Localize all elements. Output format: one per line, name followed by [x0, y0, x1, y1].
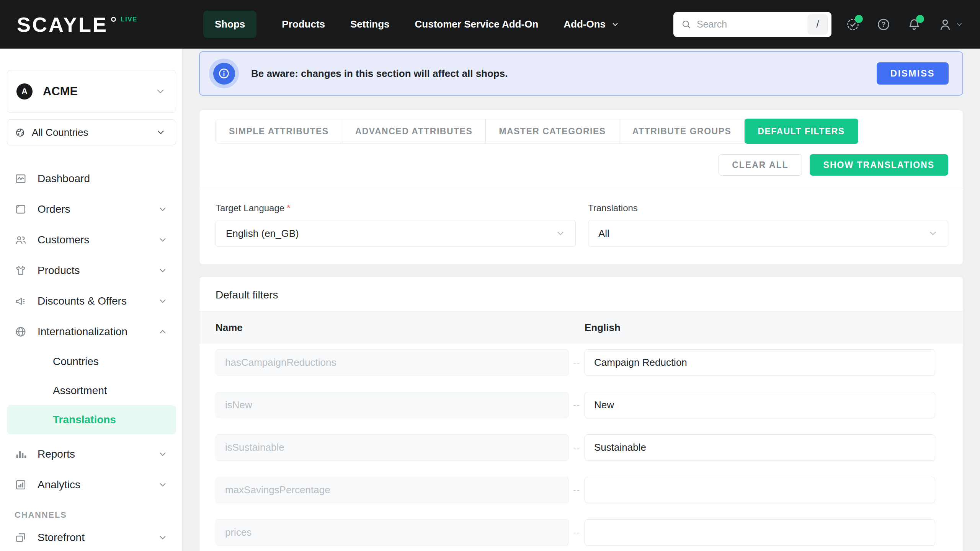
search-input[interactable]	[697, 19, 802, 30]
org-avatar: A	[16, 83, 33, 99]
table-row: --	[216, 392, 935, 418]
scayle-logo[interactable]: SCAYLE LIVE	[17, 15, 137, 34]
table-row: --	[216, 349, 935, 376]
chevron-down-icon	[156, 127, 166, 137]
tab-advanced-attributes[interactable]: ADVANCED ATTRIBUTES	[342, 119, 486, 143]
help-button[interactable]	[877, 18, 890, 31]
global-search[interactable]: /	[673, 12, 831, 37]
chevron-down-icon	[555, 228, 565, 238]
nav-item-products[interactable]: Products	[282, 11, 325, 38]
table-header: Name English	[199, 311, 963, 344]
filter-name-field	[216, 434, 569, 461]
translations-filter-select[interactable]: All	[588, 220, 948, 247]
table-row: --	[216, 477, 935, 503]
nav-item-customer-service-add-on[interactable]: Customer Service Add-On	[415, 11, 539, 38]
column-header-name: Name	[216, 322, 569, 334]
app-window: SCAYLE LIVE Shops Products Settings Cust…	[0, 0, 980, 551]
sidebar-item-storefront[interactable]: Storefront	[7, 522, 176, 551]
sidebar-item-orders[interactable]: Orders	[7, 194, 176, 225]
english-translation-field[interactable]	[585, 477, 935, 503]
chevron-down-icon	[956, 21, 963, 28]
column-header-english: English	[585, 322, 935, 334]
customers-icon	[15, 234, 27, 246]
sidebar-item-products[interactable]: Products	[7, 255, 176, 286]
sidebar-item-countries[interactable]: Countries	[7, 347, 176, 376]
sidebar-item-discounts-offers[interactable]: Discounts & Offers	[7, 286, 176, 316]
row-separator: --	[569, 443, 585, 453]
filter-name-field	[216, 519, 569, 546]
channels-menu: Storefront	[7, 522, 176, 551]
info-icon-circle	[213, 63, 235, 85]
dashboard-icon	[15, 173, 27, 185]
main-content: Be aware: changes in this section will a…	[184, 49, 980, 551]
translations-toolbar-card: SIMPLE ATTRIBUTES ADVANCED ATTRIBUTES MA…	[199, 110, 963, 265]
tab-default-filters[interactable]: DEFAULT FILTERS	[745, 119, 858, 144]
tab-attribute-groups[interactable]: ATTRIBUTE GROUPS	[619, 119, 745, 143]
earth-icon	[15, 127, 25, 138]
translations-filter-value: All	[598, 228, 609, 240]
translations-filter-label: Translations	[588, 203, 948, 214]
analytics-icon	[15, 479, 27, 491]
country-scope-selector[interactable]: All Countries	[7, 119, 176, 145]
nav-item-shops[interactable]: Shops	[203, 11, 256, 38]
products-icon	[15, 264, 27, 277]
topbar-icon-group	[846, 17, 963, 32]
chevron-down-icon	[928, 228, 938, 238]
chevron-up-icon	[158, 327, 168, 337]
english-translation-field[interactable]	[585, 434, 935, 461]
clear-all-button[interactable]: CLEAR ALL	[719, 154, 802, 176]
chevron-down-icon	[158, 296, 168, 306]
default-filters-title: Default filters	[199, 277, 963, 311]
org-selector[interactable]: A ACME	[7, 70, 176, 113]
internationalization-submenu: Countries Assortment Translations	[7, 347, 176, 434]
target-language-select[interactable]: English (en_GB)	[216, 220, 576, 247]
chevron-down-icon	[158, 266, 168, 276]
target-language-group: Target Language* English (en_GB)	[216, 203, 576, 247]
chevron-down-icon	[158, 480, 168, 490]
user-icon	[938, 17, 952, 32]
sidebar-item-customers[interactable]: Customers	[7, 225, 176, 255]
logo-wordmark: SCAYLE	[17, 15, 108, 34]
info-banner: Be aware: changes in this section will a…	[199, 51, 963, 96]
filter-form: Target Language* English (en_GB) Transla…	[216, 203, 948, 247]
english-translation-field[interactable]	[585, 392, 935, 418]
tab-master-categories[interactable]: MASTER CATEGORIES	[486, 119, 619, 143]
notifications-button[interactable]	[907, 18, 921, 31]
row-separator: --	[569, 485, 585, 495]
search-shortcut-key: /	[808, 15, 828, 34]
tab-simple-attributes[interactable]: SIMPLE ATTRIBUTES	[216, 119, 342, 143]
status-notification-dot	[855, 15, 863, 23]
show-translations-button[interactable]: SHOW TRANSLATIONS	[810, 154, 948, 176]
system-status-button[interactable]	[846, 18, 860, 31]
sidebar-item-analytics[interactable]: Analytics	[7, 469, 176, 500]
sidebar-item-dashboard[interactable]: Dashboard	[7, 163, 176, 194]
storefront-icon	[15, 531, 27, 544]
sidebar-item-reports[interactable]: Reports	[7, 439, 176, 469]
english-translation-field[interactable]	[585, 349, 935, 376]
org-name: ACME	[43, 85, 78, 98]
toolbar-actions: CLEAR ALL SHOW TRANSLATIONS	[216, 154, 948, 176]
sidebar: A ACME All Countries Dashboard Orders Cu…	[0, 49, 183, 551]
orders-icon	[15, 203, 27, 215]
filter-name-field	[216, 392, 569, 418]
english-translation-field[interactable]	[585, 519, 935, 546]
row-separator: --	[569, 528, 585, 538]
logo-ring-icon	[111, 17, 116, 22]
dismiss-button[interactable]: DISMISS	[877, 62, 949, 85]
translations-filter-group: Translations All	[588, 203, 948, 247]
table-row: --	[216, 434, 935, 461]
nav-item-add-ons[interactable]: Add-Ons	[564, 11, 619, 38]
chevron-down-icon	[158, 449, 168, 459]
sidebar-item-assortment[interactable]: Assortment	[7, 376, 176, 405]
bar-chart-icon	[15, 448, 27, 460]
row-separator: --	[569, 358, 585, 368]
top-navigation: Shops Products Settings Customer Service…	[203, 11, 619, 38]
sidebar-item-internationalization[interactable]: Internationalization	[7, 316, 176, 347]
top-bar: SCAYLE LIVE Shops Products Settings Cust…	[0, 0, 980, 49]
account-menu-button[interactable]	[938, 17, 963, 32]
nav-item-settings[interactable]: Settings	[350, 11, 390, 38]
sidebar-item-translations[interactable]: Translations	[7, 405, 176, 434]
chevron-down-icon	[611, 20, 619, 29]
info-icon	[218, 67, 230, 80]
row-separator: --	[569, 400, 585, 410]
